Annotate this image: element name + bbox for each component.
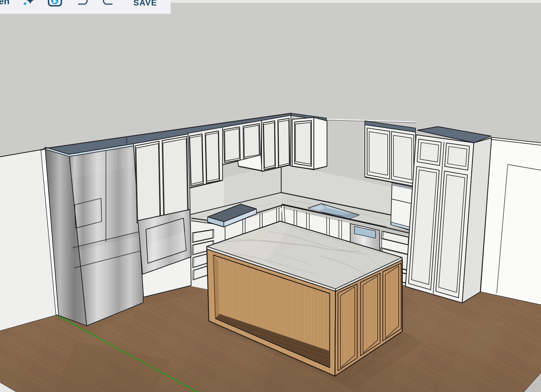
svg-text:SAVE: SAVE	[133, 0, 157, 7]
svg-text:en: en	[0, 0, 9, 6]
